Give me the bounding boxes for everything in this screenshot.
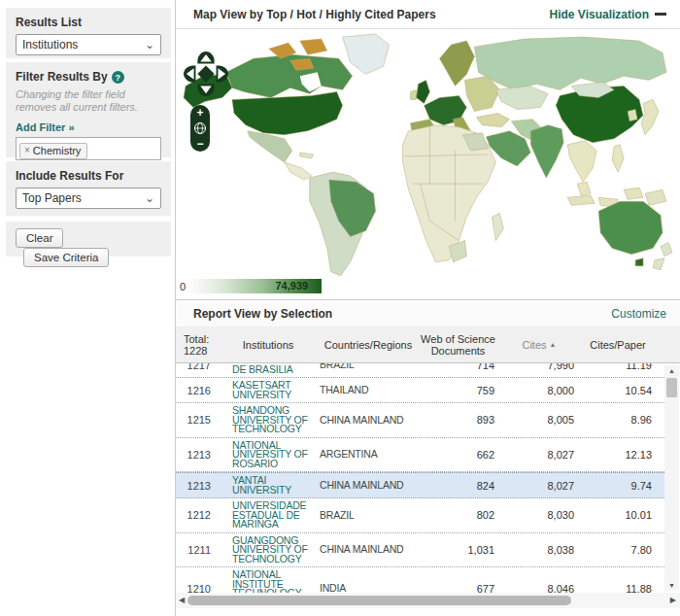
- cites-cell: 8,027: [499, 449, 579, 461]
- country-cell: CHINA MAINLAND: [320, 416, 417, 426]
- horizontal-scrollbar[interactable]: ◀ ▶: [176, 593, 680, 608]
- country-cell: ARGENTINA: [320, 450, 417, 460]
- cites-per-paper-cell: 11.88: [579, 583, 657, 593]
- map-region-japan[interactable]: [641, 100, 659, 135]
- docs-cell: 893: [417, 414, 499, 426]
- institution-link[interactable]: SHANDONG UNIVERSITY OF TECHNOLOGY: [217, 406, 320, 434]
- institution-link[interactable]: NATIONAL UNIVERSITY OF ROSARIO: [217, 441, 320, 469]
- include-results-panel: Include Results For Top Papers ⌄: [6, 161, 171, 216]
- vertical-scroll-thumb[interactable]: [666, 378, 677, 397]
- col-institutions[interactable]: Institutions: [217, 339, 320, 351]
- table-row[interactable]: 1215 SHANDONG UNIVERSITY OF TECHNOLOGY C…: [176, 403, 666, 438]
- docs-cell: 1,031: [417, 544, 499, 556]
- institution-link[interactable]: KASETSART UNIVERSITY: [217, 381, 320, 399]
- table-body: 1217 UNIVERSIDADE DE BRASILIA BRAZIL 714…: [176, 363, 666, 593]
- country-cell: BRAZIL: [320, 511, 417, 521]
- map-region-southeast-asia[interactable]: [577, 182, 591, 195]
- zoom-in-button[interactable]: +: [196, 107, 203, 119]
- map-region-indonesia[interactable]: [624, 188, 643, 199]
- table-row[interactable]: 1210 NATIONAL INSTITUTE TECHNOLOGY TIRUC…: [176, 567, 666, 593]
- map-region-new-zealand[interactable]: [653, 258, 664, 270]
- filter-input[interactable]: × Chemistry: [16, 137, 161, 160]
- map-region-canada[interactable]: [226, 54, 353, 97]
- map-region-turkey[interactable]: [476, 114, 509, 127]
- map-region-new-guinea[interactable]: [645, 189, 666, 205]
- institution-link[interactable]: UNIVERSIDADE DE BRASILIA: [217, 363, 320, 374]
- cites-label: Cites: [522, 339, 546, 351]
- col-wos-documents[interactable]: Web of Science Documents: [417, 333, 499, 357]
- include-results-select[interactable]: Top Papers ⌄: [16, 188, 161, 209]
- map-region-kazakhstan[interactable]: [495, 86, 548, 109]
- map-region-southeast-asia[interactable]: [567, 141, 596, 182]
- table-row[interactable]: 1213 NATIONAL UNIVERSITY OF ROSARIO ARGE…: [176, 438, 666, 473]
- total-label: Total:: [184, 333, 217, 345]
- total-header: Total: 1228: [176, 333, 217, 357]
- chevron-down-icon: ⌄: [145, 193, 154, 203]
- map-region-caribbean[interactable]: [300, 153, 314, 158]
- legend-min-value: 0: [180, 281, 186, 292]
- cites-cell: 8,046: [499, 583, 579, 593]
- country-cell: CHINA MAINLAND: [320, 545, 417, 555]
- institution-link[interactable]: YANTAI UNIVERSITY: [217, 476, 320, 495]
- col-countries[interactable]: Countries/Regions: [320, 339, 417, 351]
- map-zoom-control[interactable]: + −: [190, 105, 210, 152]
- map-region-ireland[interactable]: [411, 89, 417, 99]
- save-criteria-button[interactable]: Save Criteria: [23, 248, 109, 267]
- institution-link[interactable]: GUANGDONG UNIVERSITY OF TECHNOLOGY: [217, 536, 320, 565]
- clear-button[interactable]: Clear: [16, 228, 63, 248]
- table-row[interactable]: 1216 KASETSART UNIVERSITY THAILAND 759 8…: [176, 378, 666, 403]
- help-icon[interactable]: ?: [112, 71, 124, 84]
- world-choropleth-map: [176, 29, 680, 299]
- hide-visualization-link[interactable]: Hide Visualization: [550, 8, 666, 21]
- map-region-madagascar[interactable]: [492, 213, 503, 240]
- scroll-left-icon[interactable]: ◀: [179, 596, 185, 604]
- map-region-uk[interactable]: [417, 80, 430, 103]
- table-row[interactable]: 1217 UNIVERSIDADE DE BRASILIA BRAZIL 714…: [176, 363, 666, 378]
- table-row[interactable]: 1211 GUANGDONG UNIVERSITY OF TECHNOLOGY …: [176, 533, 666, 568]
- map-region-central-america[interactable]: [285, 162, 312, 180]
- map-region-indonesia[interactable]: [567, 195, 595, 205]
- chip-label: Chemistry: [33, 145, 82, 156]
- customize-link[interactable]: Customize: [611, 307, 666, 321]
- cites-cell: 8,038: [499, 544, 579, 556]
- cites-per-paper-cell: 7.80: [579, 544, 657, 556]
- table-header: Total: 1228 Institutions Countries/Regio…: [176, 326, 680, 363]
- filter-note: Changing the filter field removes all cu…: [16, 88, 161, 114]
- results-list-label: Results List: [16, 16, 161, 29]
- map-region-tasmania[interactable]: [635, 258, 643, 266]
- rank-cell: 1216: [176, 385, 217, 396]
- map-region-mexico[interactable]: [248, 131, 292, 162]
- col-cites-sorted[interactable]: Cites ▲: [499, 339, 579, 351]
- results-list-select[interactable]: Institutions ⌄: [16, 34, 161, 55]
- scroll-down-icon[interactable]: ▼: [664, 582, 679, 589]
- filter-chip-chemistry[interactable]: × Chemistry: [19, 143, 87, 159]
- map-region-new-zealand[interactable]: [661, 243, 672, 257]
- map-region-australia[interactable]: [598, 201, 663, 254]
- docs-cell: 677: [417, 583, 499, 593]
- sort-ascending-icon: ▲: [550, 341, 557, 348]
- scroll-up-icon[interactable]: ▲: [664, 367, 679, 374]
- institution-link[interactable]: NATIONAL INSTITUTE TECHNOLOGY TIRUCHIRAP…: [217, 570, 320, 593]
- map-region-usa[interactable]: [232, 91, 343, 134]
- map-region-philippines[interactable]: [612, 145, 624, 172]
- zoom-out-button[interactable]: −: [196, 138, 203, 150]
- actions-panel: Clear Save Criteria: [6, 222, 171, 257]
- map-region-korea[interactable]: [628, 110, 637, 121]
- rank-cell: 1217: [176, 363, 217, 371]
- remove-chip-icon[interactable]: ×: [24, 145, 30, 155]
- vertical-scrollbar[interactable]: ▲ ▼: [664, 365, 679, 591]
- map-region-russia[interactable]: [474, 37, 666, 89]
- table-row-selected[interactable]: 1213 YANTAI UNIVERSITY CHINA MAINLAND 82…: [176, 472, 666, 498]
- map-pan-control[interactable]: [184, 51, 228, 97]
- col-cites-per-paper[interactable]: Cites/Paper: [579, 339, 657, 351]
- add-filter-link[interactable]: Add Filter »: [16, 121, 75, 133]
- scroll-right-icon[interactable]: ▶: [670, 596, 676, 604]
- horizontal-scroll-thumb[interactable]: [187, 596, 571, 605]
- map-region-greenland[interactable]: [343, 34, 390, 74]
- institution-link[interactable]: UNIVERSIDADE ESTADUAL DE MARINGA: [217, 501, 320, 530]
- legend-gradient-bar: 74,939: [189, 279, 322, 293]
- chevron-down-icon: ⌄: [145, 40, 154, 50]
- map-region-india[interactable]: [530, 125, 563, 178]
- map-region-arctic-islands[interactable]: [300, 39, 327, 54]
- table-row[interactable]: 1212 UNIVERSIDADE ESTADUAL DE MARINGA BR…: [176, 498, 666, 533]
